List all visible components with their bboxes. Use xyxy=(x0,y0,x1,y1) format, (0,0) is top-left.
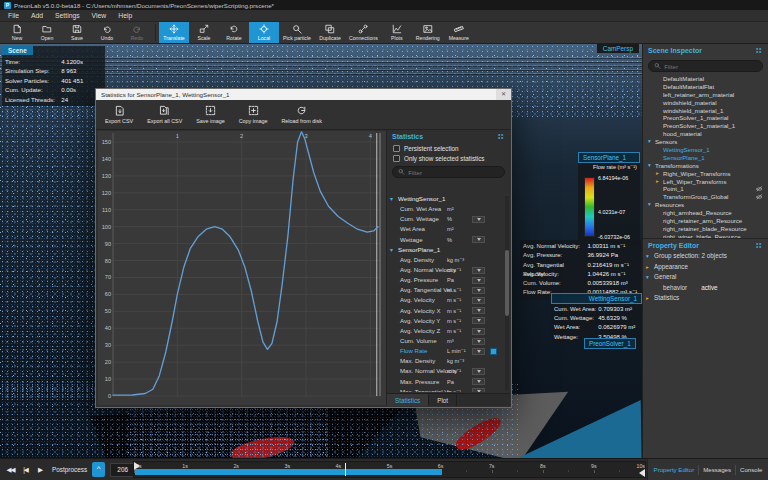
stats-row-avg-tangential-vel[interactable]: Avg. Tangential Vel...m s⁻¹ xyxy=(387,285,510,295)
timeline-start-handle[interactable] xyxy=(134,462,140,470)
bottom-tab-console[interactable]: Console xyxy=(735,465,766,475)
toolbar-button-connections[interactable]: Connections xyxy=(345,22,382,43)
stats-row-avg-velocity[interactable]: Avg. Velocitym s⁻¹ xyxy=(387,295,510,305)
expand-timeline-button[interactable]: ^ xyxy=(92,462,105,477)
tree-item-transformations[interactable]: ▾Transformations xyxy=(643,162,768,170)
statistics-filter-input[interactable] xyxy=(408,169,499,176)
playback-mode-selector[interactable]: Postprocess xyxy=(49,466,90,473)
property-section-statistics[interactable]: ▸Statistics xyxy=(643,293,768,304)
panel-options-icon[interactable] xyxy=(496,132,505,141)
menu-view[interactable]: View xyxy=(86,10,113,22)
menu-settings[interactable]: Settings xyxy=(49,10,86,22)
collapse-arrow-icon[interactable]: ▾ xyxy=(648,162,651,170)
collapse-arrow-icon[interactable]: ▾ xyxy=(646,272,649,283)
expand-arrow-icon[interactable]: ▸ xyxy=(646,262,649,273)
menu-file[interactable]: File xyxy=(2,10,25,22)
checkbox-icon[interactable] xyxy=(393,145,400,152)
unit-dropdown[interactable] xyxy=(472,317,485,324)
tree-item-preonsolver-1-material-1[interactable]: PreonSolver_1_material_1 xyxy=(643,122,768,130)
tree-item-defaultmaterialflat[interactable]: DefaultMaterialFlat xyxy=(643,83,768,91)
toolbar-button-pick-particle[interactable]: Pick particle xyxy=(279,22,315,43)
toolbar-button-duplicate[interactable]: Duplicate xyxy=(315,22,345,43)
legend-title[interactable]: SensorPlane_1 xyxy=(578,152,640,163)
stats-row-wettage[interactable]: Wettage% xyxy=(387,235,510,245)
scrollbar-thumb[interactable] xyxy=(505,250,509,316)
stats-row-cum-wettage[interactable]: Cum. Wettage% xyxy=(387,214,510,224)
tree-item-windshield-material-1[interactable]: windshield_material_1 xyxy=(643,107,768,115)
toolbar-button-new[interactable]: New xyxy=(2,22,32,43)
tree-item-windshield-material[interactable]: windshield_material xyxy=(643,99,768,107)
step-back-button[interactable]: |◀ xyxy=(19,462,32,477)
bottom-tab-property-editor[interactable]: Property Editor xyxy=(650,465,699,475)
timeline-ruler[interactable]: 0s1s2s3s4s5s6s7s8s9s10s xyxy=(133,461,646,478)
viewport-3d[interactable]: Scene Time:4.1200sSimulation Step:8 963S… xyxy=(0,44,642,458)
play-button[interactable]: ▶ xyxy=(34,462,47,477)
timeline-end-handle[interactable] xyxy=(639,469,645,477)
panel-options-icon[interactable] xyxy=(754,241,763,250)
stats-row-avg-velocity-y[interactable]: Avg. Velocity Ym s⁻¹ xyxy=(387,316,510,326)
tree-item-preonsolver-1-material[interactable]: PreonSolver_1_material xyxy=(643,114,768,122)
frame-number[interactable]: 206 xyxy=(110,463,135,477)
tree-item-right-retainer-blade-resource[interactable]: right_retainer_blade_Resource xyxy=(643,225,768,233)
stats-group-wettingsensor-1[interactable]: ▾WettingSensor_1 xyxy=(387,194,510,204)
stats-row-cum-volume[interactable]: Cum. Volumem³ xyxy=(387,336,510,346)
toolbar-button-rendering[interactable]: Rendering xyxy=(412,22,444,43)
property-section-general[interactable]: ▾General xyxy=(643,272,768,283)
menu-add[interactable]: Add xyxy=(25,10,49,22)
toolbar-button-local[interactable]: Local xyxy=(249,22,279,43)
dialog-button-copy-image[interactable]: Copy image xyxy=(234,103,273,126)
tree-item-right-armhead-resource[interactable]: right_armhead_Resource xyxy=(643,209,768,217)
checkbox-icon[interactable] xyxy=(393,155,400,162)
rewind-button[interactable]: ◀◀ xyxy=(4,462,17,477)
inspector-filter[interactable] xyxy=(648,60,763,72)
tree-item-hood-material[interactable]: hood_material xyxy=(643,130,768,138)
toolbar-button-redo[interactable]: Redo xyxy=(122,22,152,43)
unit-dropdown[interactable] xyxy=(472,267,485,274)
unit-dropdown[interactable] xyxy=(472,307,485,314)
tab-statistics[interactable]: Statistics xyxy=(387,394,429,406)
expand-arrow-icon[interactable]: ▸ xyxy=(656,178,659,186)
scene-panel-title[interactable]: Scene xyxy=(2,46,33,55)
unit-dropdown[interactable] xyxy=(472,348,485,355)
tree-item-left-wiper-transforms[interactable]: ▸Left_Wiper_Transforms xyxy=(643,178,768,186)
dialog-button-save-image[interactable]: Save image xyxy=(191,103,229,126)
unit-dropdown[interactable] xyxy=(472,338,485,345)
stats-row-avg-velocity-z[interactable]: Avg. Velocity Zm s⁻¹ xyxy=(387,326,510,336)
unit-dropdown[interactable] xyxy=(472,388,485,392)
tree-item-sensorplane-1[interactable]: SensorPlane_1 xyxy=(643,154,768,162)
property-row-behavior[interactable]: behavioractive xyxy=(643,283,768,294)
tree-item-left-retainer-arm-material[interactable]: left_retainer_arm_material xyxy=(643,91,768,99)
expand-arrow-icon[interactable]: ▸ xyxy=(656,170,659,178)
tree-item-transformgroup-global[interactable]: TransformGroup_Global xyxy=(643,193,768,201)
property-value[interactable]: active xyxy=(701,284,717,291)
statistics-scrollbar[interactable] xyxy=(505,196,509,390)
tree-item-wettingsensor-1[interactable]: WettingSensor_1 xyxy=(643,146,768,154)
unit-dropdown[interactable] xyxy=(472,378,485,385)
wettingsensor-title[interactable]: WettingSensor_1 xyxy=(551,293,642,304)
toolbar-button-save[interactable]: Save xyxy=(62,22,92,43)
unit-dropdown[interactable] xyxy=(472,328,485,335)
toolbar-button-scale[interactable]: Scale xyxy=(189,22,219,43)
tree-item-right-retainer-arm-resource[interactable]: right_retainer_arm_Resource xyxy=(643,217,768,225)
stats-row-flow-rate[interactable]: Flow RateL min⁻¹ xyxy=(387,346,510,356)
stats-group-sensorplane-1[interactable]: ▾SensorPlane_1 xyxy=(387,245,510,255)
toolbar-button-undo[interactable]: Undo xyxy=(92,22,122,43)
stats-row-max-density[interactable]: Max. Densitykg m⁻³ xyxy=(387,356,510,366)
toolbar-button-measure[interactable]: Measure xyxy=(444,22,474,43)
collapse-arrow-icon[interactable]: ▾ xyxy=(648,138,651,146)
toolbar-button-translate[interactable]: Translate xyxy=(159,22,189,43)
unit-dropdown[interactable] xyxy=(472,216,485,223)
stats-row-wet-area[interactable]: Wet Aream² xyxy=(387,224,510,234)
panel-options-icon[interactable] xyxy=(754,46,763,55)
stats-row-avg-pressure[interactable]: Avg. PressurePa xyxy=(387,275,510,285)
inspector-filter-input[interactable] xyxy=(664,63,757,70)
tree-item-point-1[interactable]: Point_1 xyxy=(643,185,768,193)
dialog-close-button[interactable]: ✕ xyxy=(496,89,511,100)
menu-help[interactable]: Help xyxy=(112,10,138,22)
plot-checkbox[interactable] xyxy=(490,348,497,355)
unit-dropdown[interactable] xyxy=(472,277,485,284)
tree-item-right-wiper-transforms[interactable]: ▸Right_Wiper_Transforms xyxy=(643,170,768,178)
unit-dropdown[interactable] xyxy=(472,287,485,294)
toolbar-button-open[interactable]: Open xyxy=(32,22,62,43)
dialog-button-export-csv[interactable]: Export CSV xyxy=(100,103,138,126)
